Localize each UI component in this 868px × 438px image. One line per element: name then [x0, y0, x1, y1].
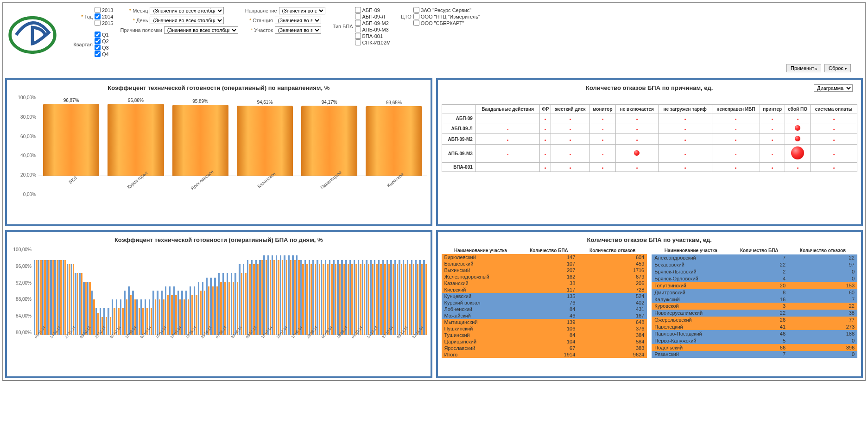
panel-failures-reasons: Количество отказов БПА по причинам, ед. …: [436, 78, 863, 226]
quarter-checkbox-3[interactable]: [95, 51, 101, 57]
panel-failures-areas: Количество отказов БПА по участкам, ед. …: [436, 230, 863, 378]
filters-bar: Год 201320142015 Квартал Q1Q2Q3Q4 Месяц(…: [3, 3, 865, 62]
logo: [7, 7, 58, 58]
year-checkbox-0[interactable]: [95, 7, 101, 13]
bpa-type-checkbox-5[interactable]: [355, 39, 361, 45]
cto-checkbox-1[interactable]: [413, 13, 419, 19]
panel-readiness-days: Коэффицент технической готовности (опера…: [5, 230, 432, 378]
bpa-type-checkbox-1[interactable]: [355, 13, 361, 19]
diagram-type-select[interactable]: Диаграмма: [814, 84, 853, 92]
year-checkbox-2[interactable]: [95, 20, 101, 26]
year-checkbox-1[interactable]: [95, 13, 101, 19]
bpa-type-checkbox-0[interactable]: [355, 7, 361, 13]
apply-button[interactable]: Применить: [786, 64, 821, 72]
reset-button[interactable]: Сброс ▾: [824, 64, 851, 72]
bpa-type-checkbox-2[interactable]: [355, 20, 361, 26]
direction-select[interactable]: (Значения во всех с: [279, 7, 325, 14]
cto-checkbox-0[interactable]: [413, 7, 419, 13]
area-select[interactable]: (Значения во всех с: [275, 26, 321, 34]
month-select[interactable]: (Значения во всех столбцах): [150, 7, 224, 14]
reason-select[interactable]: (Значения во всех столбцах): [164, 26, 238, 34]
bpa-type-checkbox-4[interactable]: [355, 33, 361, 39]
quarter-checkbox-2[interactable]: [95, 44, 101, 51]
bpa-type-checkbox-3[interactable]: [355, 26, 361, 32]
day-select[interactable]: (Значения во всех столбцах): [150, 17, 224, 24]
quarter-checkbox-0[interactable]: [95, 32, 101, 38]
cto-checkbox-2[interactable]: [413, 20, 419, 26]
panel-readiness-directions: Коэффицент технической готовности (опера…: [5, 78, 432, 226]
station-select[interactable]: (Значения во всех с: [275, 17, 321, 24]
quarter-checkbox-1[interactable]: [95, 38, 101, 44]
